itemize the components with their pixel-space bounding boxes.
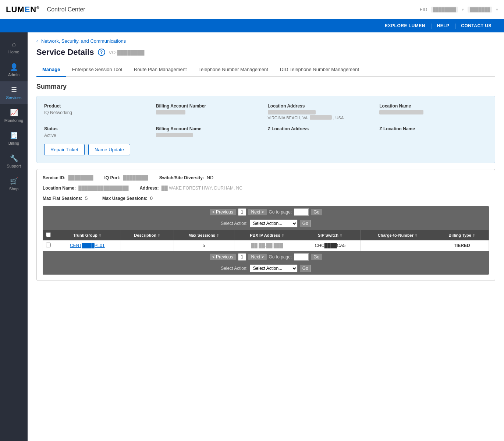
field-status-value: Active bbox=[44, 133, 152, 138]
field-z-location-name-label: Z Location Name bbox=[379, 126, 487, 131]
service-id-label: Service ID: bbox=[43, 175, 65, 180]
sidebar-item-monitoring[interactable]: 📈 Monitoring bbox=[0, 104, 28, 127]
header-description[interactable]: Description ⇕ bbox=[121, 230, 174, 240]
goto-go-button-bottom[interactable]: Go bbox=[311, 254, 322, 260]
monitoring-icon: 📈 bbox=[10, 109, 18, 117]
select-action-go-top[interactable]: Go bbox=[300, 220, 311, 227]
page-number-bottom: 1 bbox=[238, 253, 246, 261]
header-trunk-group[interactable]: Trunk Group ⇕ bbox=[54, 230, 121, 240]
row-description bbox=[121, 240, 174, 251]
goto-go-button-top[interactable]: Go bbox=[311, 209, 322, 215]
next-button-bottom[interactable]: Next > bbox=[248, 254, 266, 260]
field-location-address: Location Address VIRGINIA BEACH, VA, , U… bbox=[268, 103, 376, 120]
sidebar-item-services[interactable]: ☰ Services bbox=[0, 81, 28, 104]
eid-label: EID bbox=[420, 7, 427, 12]
tabs: Manage Enterprise Session Tool Route Pla… bbox=[36, 63, 495, 77]
tab-route-plan[interactable]: Route Plan Management bbox=[128, 63, 193, 77]
sort-trunk-icon: ⇕ bbox=[99, 234, 102, 237]
tab-manage[interactable]: Manage bbox=[36, 63, 66, 77]
prev-button-bottom[interactable]: < Previous bbox=[210, 254, 236, 260]
sidebar-item-billing[interactable]: 🧾 Billing bbox=[0, 127, 28, 150]
explore-lumen-link[interactable]: EXPLORE LUMEN bbox=[380, 23, 430, 28]
address-label: Address: bbox=[139, 186, 159, 191]
header-charge-number[interactable]: Charge-to-Number ⇕ bbox=[360, 230, 435, 240]
location-name-field: Location Name: ████████████████ bbox=[43, 186, 128, 191]
service-id-value: ████████ bbox=[68, 175, 93, 180]
goto-input-bottom[interactable] bbox=[294, 253, 309, 261]
select-all-checkbox[interactable] bbox=[46, 232, 51, 237]
prev-button-top[interactable]: < Previous bbox=[210, 209, 236, 215]
eid-value: ████████ bbox=[431, 7, 458, 13]
header-max-sessions[interactable]: Max Sessions ⇕ bbox=[174, 230, 234, 240]
field-billing-account-name-value bbox=[156, 133, 264, 138]
sidebar-item-home[interactable]: ⌂ Home bbox=[0, 36, 28, 59]
breadcrumb[interactable]: ‹ Network, Security, and Communications bbox=[36, 38, 495, 44]
header-billing-type[interactable]: Billing Type ⇕ bbox=[435, 230, 489, 240]
sort-sip-icon: ⇕ bbox=[340, 234, 342, 237]
help-link[interactable]: HELP bbox=[432, 23, 455, 28]
tab-did[interactable]: DID Telephone Number Management bbox=[274, 63, 365, 77]
row-checkbox[interactable] bbox=[46, 243, 51, 247]
sidebar-item-services-label: Services bbox=[6, 95, 21, 100]
field-billing-account-number: Billing Account Number bbox=[156, 103, 264, 120]
sidebar-item-shop-label: Shop bbox=[9, 187, 19, 191]
sort-max-sessions-icon: ⇕ bbox=[216, 234, 219, 237]
tab-telephone[interactable]: Telephone Number Management bbox=[193, 63, 274, 77]
contact-us-link[interactable]: CONTACT US bbox=[456, 23, 497, 28]
services-icon: ☰ bbox=[11, 86, 17, 94]
inner-panel: Service ID: ████████ IQ Port: ████████ S… bbox=[36, 169, 495, 281]
support-icon: 🔧 bbox=[10, 154, 18, 162]
row-trunk-group: CENT████PL01 bbox=[54, 240, 121, 251]
help-icon[interactable]: ? bbox=[98, 49, 105, 56]
field-status-label: Status bbox=[44, 126, 152, 131]
select-action-dropdown-bottom[interactable]: Select Action... bbox=[250, 264, 298, 272]
page-title-area: Service Details ? VO-████████ bbox=[36, 47, 495, 57]
location-value: ████████████████ bbox=[78, 186, 128, 191]
field-z-location-address-label: Z Location Address bbox=[268, 126, 376, 131]
sidebar-item-admin[interactable]: 👤 Admin bbox=[0, 59, 28, 81]
trunk-group-link[interactable]: CENT████PL01 bbox=[70, 243, 105, 248]
iq-port-field: IQ Port: ████████ bbox=[104, 175, 148, 180]
goto-label-top: Go to page: bbox=[269, 209, 292, 215]
sort-description-icon: ⇕ bbox=[157, 234, 160, 237]
field-z-location-address: Z Location Address bbox=[268, 126, 376, 138]
location-label: Location Name: bbox=[43, 186, 76, 191]
field-z-location-name: Z Location Name bbox=[379, 126, 487, 138]
page-title: Service Details bbox=[36, 47, 94, 57]
field-location-name: Location Name bbox=[379, 103, 487, 120]
repair-ticket-button[interactable]: Repair Ticket bbox=[44, 144, 85, 155]
select-action-label-bottom: Select Action: bbox=[221, 266, 248, 271]
sidebar-item-shop[interactable]: 🛒 Shop bbox=[0, 173, 28, 195]
tab-enterprise[interactable]: Enterprise Session Tool bbox=[66, 63, 128, 77]
field-billing-account-name: Billing Account Name bbox=[156, 126, 264, 138]
field-billing-account-number-value bbox=[156, 110, 264, 115]
name-update-button[interactable]: Name Update bbox=[88, 144, 130, 155]
service-info-row3: Max Flat Sessions: 5 Max Usage Sessions:… bbox=[43, 196, 489, 201]
utility-bar: EXPLORE LUMEN | HELP | CONTACT US bbox=[0, 19, 504, 32]
sort-charge-icon: ⇕ bbox=[415, 234, 418, 237]
select-action-dropdown-top[interactable]: Select Action... bbox=[250, 219, 298, 227]
sidebar: ⌂ Home 👤 Admin ☰ Services 📈 Monitoring 🧾… bbox=[0, 32, 28, 441]
field-location-address-value: VIRGINIA BEACH, VA, , USA bbox=[268, 110, 376, 120]
header-pbx-ip[interactable]: PBX IP Address ⇕ bbox=[234, 230, 300, 240]
content-area: ‹ Network, Security, and Communications … bbox=[28, 32, 504, 441]
header-sip-switch[interactable]: SIP Switch ⇕ bbox=[300, 230, 360, 240]
row-max-sessions: 5 bbox=[174, 240, 234, 251]
select-action-go-bottom[interactable]: Go bbox=[300, 265, 311, 272]
admin-icon: 👤 bbox=[10, 63, 18, 71]
field-product-label: Product bbox=[44, 103, 152, 109]
app-title: Control Center bbox=[47, 6, 85, 13]
sidebar-item-support[interactable]: 🔧 Support bbox=[0, 150, 28, 173]
field-location-name-value bbox=[379, 110, 487, 115]
table-body: CENT████PL01 5 ██.██.██.███ CHC████CA5 T… bbox=[43, 240, 489, 251]
next-button-top[interactable]: Next > bbox=[248, 209, 266, 215]
table-row: CENT████PL01 5 ██.██.██.███ CHC████CA5 T… bbox=[43, 240, 489, 251]
main-layout: ⌂ Home 👤 Admin ☰ Services 📈 Monitoring 🧾… bbox=[0, 32, 504, 441]
select-action-label-top: Select Action: bbox=[221, 221, 248, 226]
sidebar-item-billing-label: Billing bbox=[8, 141, 19, 145]
goto-input-top[interactable] bbox=[294, 208, 309, 216]
summary-card: Product IQ Networking Billing Account Nu… bbox=[36, 96, 495, 163]
field-location-address-label: Location Address bbox=[268, 103, 376, 109]
breadcrumb-text[interactable]: Network, Security, and Communications bbox=[41, 38, 126, 44]
field-product: Product IQ Networking bbox=[44, 103, 152, 120]
